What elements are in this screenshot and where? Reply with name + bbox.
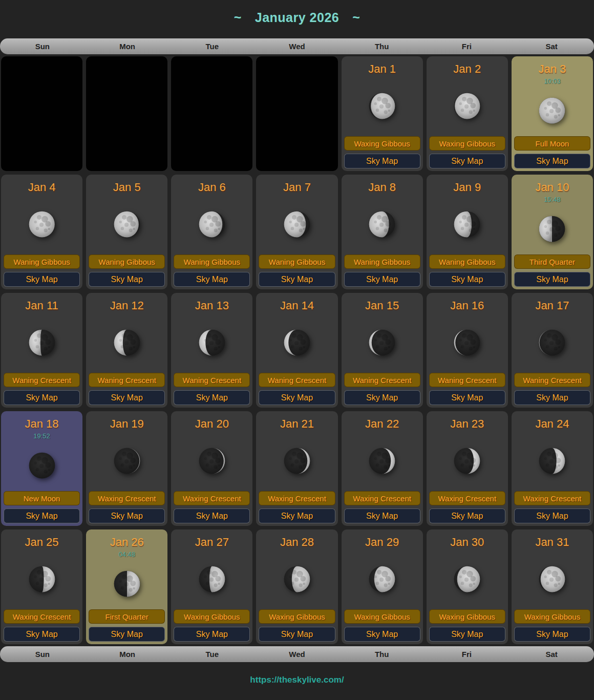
sky-map-button[interactable]: Sky Map — [89, 272, 165, 287]
sky-map-button[interactable]: Sky Map — [4, 390, 80, 405]
day-cell: Jan 19 Waxin — [86, 411, 167, 526]
sky-map-button[interactable]: Sky Map — [89, 627, 165, 642]
moon-image — [4, 194, 80, 254]
date-label: Jan 30 — [429, 536, 505, 549]
phase-button[interactable]: Waxing Gibbous — [259, 609, 335, 624]
moon-image — [174, 194, 250, 254]
phase-button[interactable]: Waning Crescent — [174, 373, 250, 387]
phase-button[interactable]: Waning Gibbous — [174, 254, 250, 269]
weekday-label: Sun — [0, 42, 85, 51]
sky-map-button[interactable]: Sky Map — [514, 154, 590, 168]
phase-button[interactable]: Waxing Gibbous — [344, 609, 420, 624]
sky-map-button[interactable]: Sky Map — [344, 508, 420, 523]
phase-button[interactable]: Waxing Gibbous — [514, 609, 590, 624]
weekday-label: Sat — [509, 650, 594, 659]
day-cell: Jan 9 Waning — [427, 175, 508, 289]
date-label: Jan 1 — [344, 62, 420, 76]
sky-map-button[interactable]: Sky Map — [514, 508, 590, 523]
phase-button[interactable]: Waning Gibbous — [4, 254, 80, 269]
weekday-label: Tue — [169, 650, 254, 659]
moon-image — [174, 549, 250, 609]
day-cell: Jan 14 Wanin — [256, 293, 337, 408]
empty-day-cell — [86, 56, 167, 171]
sky-map-button[interactable]: Sky Map — [4, 627, 80, 642]
sky-map-button[interactable]: Sky Map — [89, 390, 165, 405]
weekday-label: Wed — [254, 650, 340, 659]
phase-button[interactable]: Waxing Crescent — [514, 491, 590, 505]
sky-map-button[interactable]: Sky Map — [344, 627, 420, 642]
sky-map-button[interactable]: Sky Map — [259, 390, 335, 405]
sky-map-button[interactable]: Sky Map — [429, 390, 505, 405]
sky-map-button[interactable]: Sky Map — [174, 272, 250, 287]
sky-map-button[interactable]: Sky Map — [429, 154, 505, 168]
date-label: Jan 9 — [429, 181, 505, 194]
phase-button[interactable]: Waning Crescent — [514, 373, 590, 387]
date-label: Jan 16 — [429, 299, 505, 312]
date-label: Jan 27 — [174, 536, 250, 549]
phase-button[interactable]: Waxing Crescent — [429, 491, 505, 505]
phase-button[interactable]: Waning Gibbous — [259, 254, 335, 269]
phase-button[interactable]: First Quarter — [89, 609, 165, 624]
phase-button[interactable]: Waning Crescent — [259, 373, 335, 387]
phase-button[interactable]: Waning Crescent — [429, 373, 505, 387]
sky-map-button[interactable]: Sky Map — [429, 627, 505, 642]
phase-button[interactable]: Waning Gibbous — [429, 254, 505, 269]
phase-button[interactable]: New Moon — [4, 491, 80, 505]
phase-button[interactable]: Waxing Crescent — [344, 491, 420, 505]
moon-image — [259, 312, 335, 373]
sky-map-button[interactable]: Sky Map — [429, 508, 505, 523]
phase-button[interactable]: Waxing Gibbous — [174, 609, 250, 624]
sky-map-button[interactable]: Sky Map — [174, 390, 250, 405]
sky-map-button[interactable]: Sky Map — [259, 627, 335, 642]
day-cell: Jan 20 Waxin — [171, 411, 252, 526]
sky-map-button[interactable]: Sky Map — [429, 272, 505, 287]
sky-map-button[interactable]: Sky Map — [514, 627, 590, 642]
page-title: ~January 2026~ — [0, 10, 594, 28]
date-label: Jan 15 — [344, 299, 420, 312]
sky-map-button[interactable]: Sky Map — [4, 508, 80, 523]
sky-map-button[interactable]: Sky Map — [344, 390, 420, 405]
sky-map-button[interactable]: Sky Map — [514, 390, 590, 405]
sky-map-button[interactable]: Sky Map — [514, 272, 590, 287]
moon-image — [259, 549, 335, 609]
empty-day-cell — [171, 56, 252, 171]
day-cell: Jan 21 Waxin — [256, 411, 337, 526]
phase-button[interactable]: Third Quarter — [514, 254, 590, 269]
day-cell: Jan 13 Wanin — [171, 293, 252, 408]
title-tilde-right: ~ — [352, 10, 360, 25]
sky-map-button[interactable]: Sky Map — [344, 272, 420, 287]
phase-button[interactable]: Waxing Gibbous — [429, 609, 505, 624]
phase-button[interactable]: Waning Crescent — [4, 373, 80, 387]
phase-button[interactable]: Waxing Crescent — [89, 491, 165, 505]
date-label: Jan 10 — [514, 181, 590, 194]
moon-image — [4, 549, 80, 609]
phase-time: 19:52 — [4, 432, 80, 440]
date-label: Jan 11 — [4, 299, 80, 312]
sky-map-button[interactable]: Sky Map — [89, 508, 165, 523]
sky-map-button[interactable]: Sky Map — [344, 154, 420, 168]
phase-button[interactable]: Waning Gibbous — [344, 254, 420, 269]
phase-button[interactable]: Waxing Crescent — [4, 609, 80, 624]
sky-map-button[interactable]: Sky Map — [259, 272, 335, 287]
phase-button[interactable]: Waxing Gibbous — [429, 136, 505, 151]
empty-day-cell — [1, 56, 82, 171]
phase-button[interactable]: Waning Crescent — [89, 373, 165, 387]
weekday-label: Thu — [340, 42, 425, 51]
moon-image — [429, 549, 505, 609]
moon-image — [514, 203, 590, 254]
moon-image — [514, 549, 590, 609]
sky-map-button[interactable]: Sky Map — [259, 508, 335, 523]
sky-map-button[interactable]: Sky Map — [4, 272, 80, 287]
phase-button[interactable]: Waning Crescent — [344, 373, 420, 387]
title-month: January 2026 — [255, 10, 339, 25]
date-label: Jan 18 — [4, 417, 80, 431]
date-label: Jan 21 — [259, 417, 335, 431]
phase-button[interactable]: Waxing Gibbous — [344, 136, 420, 151]
sky-map-button[interactable]: Sky Map — [174, 508, 250, 523]
sky-map-button[interactable]: Sky Map — [174, 627, 250, 642]
phase-button[interactable]: Waxing Crescent — [174, 491, 250, 505]
moon-image — [89, 312, 165, 373]
phase-button[interactable]: Waxing Crescent — [259, 491, 335, 505]
phase-button[interactable]: Waning Gibbous — [89, 254, 165, 269]
phase-button[interactable]: Full Moon — [514, 136, 590, 151]
